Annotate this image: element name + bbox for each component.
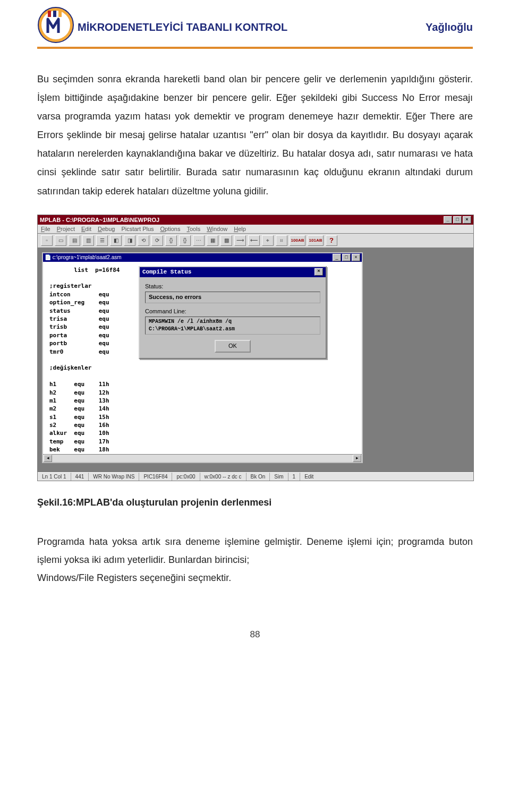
figure-caption: Şekil.16:MPLAB'da oluşturulan projenin d…	[37, 497, 473, 508]
editor-maximize-button[interactable]: □	[342, 254, 351, 261]
menu-file[interactable]: File	[41, 226, 50, 232]
menu-picstart[interactable]: Picstart Plus	[121, 226, 154, 232]
header-rule	[37, 47, 473, 49]
status-mode: WR No Wrap INS	[89, 473, 139, 481]
status-edit: Edit	[300, 473, 473, 481]
doc-title: MİKRODENETLEYİCİ TABANLI KONTROL	[78, 21, 287, 33]
code-editor[interactable]: list p=16f84 ;registerlar intcon equ opt…	[43, 262, 362, 454]
menu-help[interactable]: Help	[234, 226, 246, 232]
status-label: Status:	[145, 283, 320, 290]
toolbar-button[interactable]: ⟳	[151, 235, 163, 246]
menu-debug[interactable]: Debug	[98, 226, 115, 232]
paragraph-2: Programda hata yoksa artık sıra deneme i…	[37, 533, 473, 569]
svg-rect-4	[58, 11, 62, 17]
menu-bar: File Project Edit Debug Picstart Plus Op…	[38, 225, 473, 234]
toolbar-button[interactable]: 100AB	[290, 235, 305, 246]
scroll-right-icon[interactable]: ▸	[353, 455, 361, 462]
maximize-button[interactable]: □	[453, 216, 462, 224]
editor-titlebar: 📄 c:\progra~1\mplab\saat2.asm _ □ ×	[43, 253, 362, 262]
menu-tools[interactable]: Tools	[186, 226, 200, 232]
toolbar-button[interactable]: ☰	[96, 235, 108, 246]
compile-close-button[interactable]: ×	[314, 268, 323, 276]
menu-window[interactable]: Window	[207, 226, 227, 232]
status-device: PIC16F84	[139, 473, 172, 481]
mplab-window: MPLAB - C:\PROGRA~1\MPLAB\NEWPROJ _ □ × …	[37, 215, 474, 481]
window-controls: _ □ ×	[444, 216, 471, 224]
status-value: Success, no errors	[145, 292, 320, 303]
svg-rect-2	[48, 11, 51, 17]
page-header: MİKRODENETLEYİCİ TABANLI KONTROL Yağlıoğ…	[37, 21, 473, 44]
compile-status-dialog: Compile Status × Status: Success, no err…	[139, 266, 327, 359]
svg-rect-3	[53, 11, 56, 17]
toolbar-button[interactable]: ◨	[124, 235, 135, 246]
menu-options[interactable]: Options	[160, 226, 181, 232]
toolbar-button[interactable]: ▩	[220, 235, 232, 246]
editor-window: 📄 c:\progra~1\mplab\saat2.asm _ □ × list…	[42, 252, 363, 463]
toolbar-button[interactable]: ⌗	[276, 235, 287, 246]
toolbar-button[interactable]: 101AB	[308, 235, 324, 246]
mdi-workspace: 📄 c:\progra~1\mplab\saat2.asm _ □ × list…	[38, 248, 473, 472]
mplab-title-text: MPLAB - C:\PROGRA~1\MPLAB\NEWPROJ	[40, 217, 159, 223]
toolbar: ▫ ▭ ▤ ▥ ☰ ◧ ◨ ⟲ ⟳ {} {} ⋯ ▦ ▩ ⟶ ⟵ ⌖ ⌗ 10…	[38, 234, 473, 248]
toolbar-button[interactable]: {}	[179, 235, 191, 246]
compile-dialog-titlebar: Compile Status ×	[140, 267, 326, 277]
command-line-value: MPASMWIN /e /l /ainhx8m /q C:\PROGRA~1\M…	[145, 317, 320, 335]
status-bar: Ln 1 Col 1 441 WR No Wrap INS PIC16F84 p…	[38, 472, 473, 481]
editor-title-text: c:\progra~1\mplab\saat2.asm	[53, 254, 122, 260]
status-sim: Sim	[270, 473, 288, 481]
university-logo	[37, 6, 74, 44]
doc-author: Yağlıoğlu	[426, 21, 473, 33]
toolbar-button[interactable]: ⟶	[234, 235, 246, 246]
toolbar-button[interactable]: ◧	[110, 235, 122, 246]
minimize-button[interactable]: _	[444, 216, 452, 224]
toolbar-button[interactable]: ▫	[41, 235, 53, 246]
status-wreg: w:0x00 -- z dc c	[200, 473, 246, 481]
compile-dialog-title: Compile Status	[142, 268, 191, 276]
close-button[interactable]: ×	[463, 216, 471, 224]
status-cursor: Ln 1 Col 1	[38, 473, 71, 481]
scroll-left-icon[interactable]: ◂	[44, 455, 52, 462]
toolbar-button[interactable]: ⋯	[193, 235, 205, 246]
page-number: 88	[37, 629, 473, 640]
paragraph-3: Windows/File Registers seçeneğini seçmek…	[37, 569, 473, 587]
status-pc: pc:0x00	[172, 473, 200, 481]
menu-edit[interactable]: Edit	[81, 226, 91, 232]
toolbar-button[interactable]: ⌖	[262, 235, 274, 246]
toolbar-button[interactable]: ⟲	[138, 235, 149, 246]
editor-minimize-button[interactable]: _	[333, 254, 341, 261]
ok-button[interactable]: OK	[215, 340, 251, 352]
editor-close-button[interactable]: ×	[352, 254, 360, 261]
toolbar-button[interactable]: ⟵	[248, 235, 260, 246]
mplab-titlebar: MPLAB - C:\PROGRA~1\MPLAB\NEWPROJ _ □ ×	[38, 215, 473, 225]
horizontal-scrollbar[interactable]: ◂ ▸	[43, 454, 362, 462]
status-size: 441	[71, 473, 89, 481]
help-button[interactable]: ?	[326, 235, 337, 246]
command-line-label: Command Line:	[145, 307, 320, 315]
toolbar-button[interactable]: ▤	[69, 235, 80, 246]
toolbar-button[interactable]: ▥	[82, 235, 94, 246]
toolbar-button[interactable]: {}	[165, 235, 177, 246]
toolbar-button[interactable]: ▦	[207, 235, 218, 246]
paragraph-1: Bu seçimden sonra ekranda hareketli band…	[37, 70, 473, 201]
menu-project[interactable]: Project	[57, 226, 75, 232]
status-bk: Bk On	[246, 473, 270, 481]
toolbar-button[interactable]: ▭	[55, 235, 66, 246]
status-num: 1	[288, 473, 301, 481]
